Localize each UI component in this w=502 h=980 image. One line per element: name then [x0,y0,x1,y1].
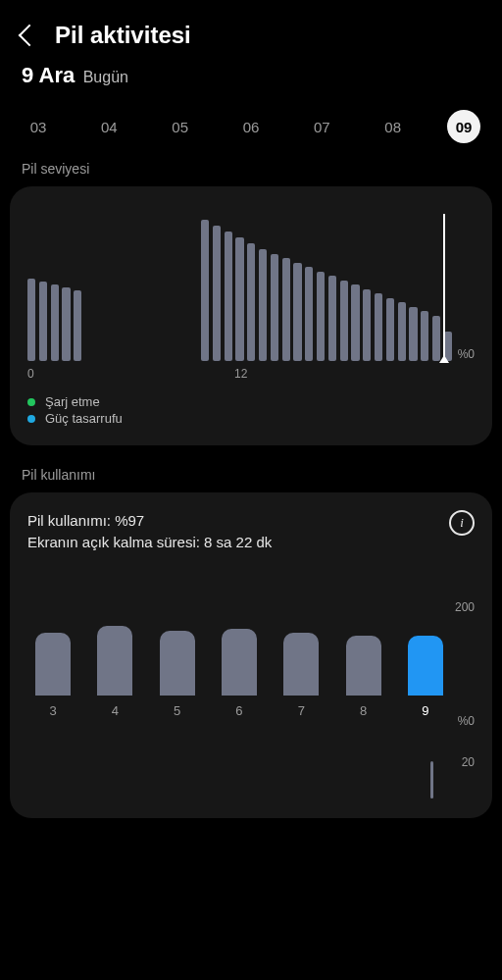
legend-powersave: Güç tasarrufu [45,411,123,426]
info-icon[interactable]: i [449,510,475,536]
level-bar [247,243,255,361]
level-bar [259,249,267,361]
date-main: 9 Ara [22,63,75,87]
usage-bar-6[interactable]: 6 [220,629,259,717]
usage-bar [408,636,443,696]
level-bar [27,279,35,361]
level-bar [409,307,417,362]
level-bar [225,232,232,361]
usage-bar-8[interactable]: 8 [344,636,383,718]
level-bar [39,282,47,361]
usage-bar-label: 8 [360,703,367,718]
usage-bar [160,631,195,696]
usage-bar [283,633,319,695]
day-07[interactable]: 07 [305,110,338,143]
secondary-bar [430,761,433,799]
level-bar [351,284,359,361]
usage-chart: 200 %0 3456789 [27,610,475,738]
current-date: 9 Ara Bugün [0,63,502,98]
dot-powersave-icon [27,415,35,423]
level-bar [62,287,70,361]
y-zero-label: %0 [458,347,475,361]
usage-bar [346,636,381,696]
usage-bar [35,633,71,695]
day-08[interactable]: 08 [376,110,410,143]
y-max-label-2: 20 [462,755,475,769]
usage-bar-label: 7 [298,703,305,718]
date-sub: Bugün [83,69,128,85]
usage-bar-label: 9 [422,703,428,718]
battery-level-card: %0 0 12 Şarj etme Güç tasarrufu [10,186,492,445]
level-bar [51,284,59,361]
level-bar [386,298,394,362]
level-bar [235,237,243,361]
section-battery-usage: Pil kullanımı [0,467,502,492]
level-bar [340,281,348,362]
level-bar [317,272,325,362]
usage-bar-5[interactable]: 5 [158,631,197,718]
day-03[interactable]: 03 [22,110,55,143]
dot-charging-icon [27,398,35,406]
level-bar [282,258,290,361]
day-06[interactable]: 06 [234,110,268,143]
page-title: Pil aktivitesi [55,22,191,49]
y-max-label: 200 [455,600,475,614]
tick-12: 12 [234,367,247,381]
x-axis-ticks: 0 12 [27,367,441,381]
level-bar [201,220,209,361]
level-bar [213,226,221,361]
usage-bar-4[interactable]: 4 [95,626,134,717]
usage-bar-9[interactable]: 9 [406,636,445,718]
level-bar [74,290,81,361]
day-05[interactable]: 05 [164,110,197,143]
section-battery-level: Pil seviyesi [0,161,502,186]
battery-level-chart: %0 [27,204,475,361]
back-icon[interactable] [19,25,41,47]
usage-bar-label: 3 [49,703,56,718]
level-bar [271,254,278,362]
level-bar [328,276,336,361]
screen-on-time: Ekranın açık kalma süresi: 8 sa 22 dk [27,532,272,553]
day-picker: 03040506070809 [0,98,502,161]
level-bar [305,267,313,361]
level-bar [363,289,371,362]
usage-summary: Pil kullanımı: %97 Ekranın açık kalma sü… [27,510,272,553]
battery-usage-card: Pil kullanımı: %97 Ekranın açık kalma sü… [10,492,492,818]
current-time-marker [443,214,445,361]
usage-bar [97,626,132,695]
usage-bar-label: 4 [112,703,119,718]
secondary-chart: 20 [27,755,475,799]
day-04[interactable]: 04 [92,110,126,143]
y-zero-label: %0 [458,714,475,728]
level-bar [421,311,428,361]
usage-bar-label: 6 [235,703,242,718]
usage-bar [222,629,257,695]
usage-percent: Pil kullanımı: %97 [27,510,272,532]
day-09[interactable]: 09 [447,110,480,143]
tick-0: 0 [27,367,234,381]
usage-bar-7[interactable]: 7 [281,633,321,717]
usage-bar-3[interactable]: 3 [33,633,73,717]
level-bar [398,302,406,361]
level-bar [375,293,382,361]
legend-charging: Şarj etme [45,394,100,409]
level-bar [293,263,301,362]
usage-bar-label: 5 [174,703,180,718]
legend: Şarj etme Güç tasarrufu [27,394,475,426]
